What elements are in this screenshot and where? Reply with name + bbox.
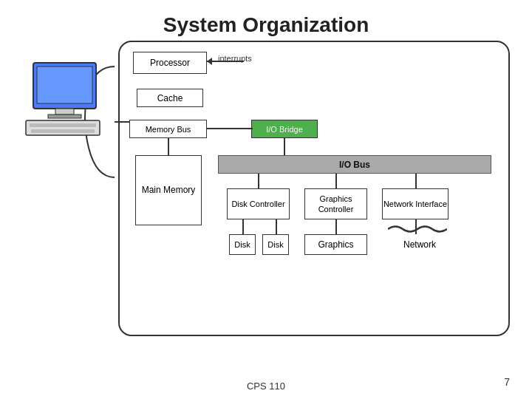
disk-box-2: Disk xyxy=(262,234,289,255)
interrupts-label: interrupts xyxy=(218,54,252,63)
graphics-controller-box: Graphics Controller xyxy=(304,188,367,219)
vline-net-iface xyxy=(415,174,417,188)
vline-gfx-ctrl xyxy=(335,174,337,188)
page-number: 7 xyxy=(504,376,510,388)
svg-rect-4 xyxy=(48,115,81,118)
network-interface-box: Network Interface xyxy=(382,188,449,219)
graphics-label-box: Graphics xyxy=(304,234,367,255)
vline-disk1 xyxy=(242,219,244,234)
svg-rect-7 xyxy=(31,129,95,133)
svg-rect-3 xyxy=(55,109,74,115)
cache-box: Cache xyxy=(137,89,203,107)
disk-controller-box: Disk Controller xyxy=(227,188,290,219)
page-title: System Organization xyxy=(0,0,532,44)
vline-disk-ctrl xyxy=(258,174,259,188)
io-bus-bar: I/O Bus xyxy=(218,155,491,174)
bus-connector-h xyxy=(207,128,253,129)
io-bridge-box: I/O Bridge xyxy=(251,120,318,138)
footer-course: CPS 110 xyxy=(247,381,285,392)
main-memory-box: Main Memory xyxy=(135,155,202,225)
computer-illustration xyxy=(22,59,118,140)
svg-rect-2 xyxy=(37,66,92,103)
memory-bus-box: Memory Bus xyxy=(129,120,207,138)
network-label: Network xyxy=(390,234,449,255)
membus-to-mainmem-line xyxy=(168,138,169,155)
disk-box-1: Disk xyxy=(229,234,256,255)
vline-gfx-label xyxy=(335,219,337,234)
network-wavy-icon xyxy=(388,224,447,234)
vline-disk2 xyxy=(276,219,277,234)
bridge-to-bus-line xyxy=(284,138,285,155)
svg-rect-6 xyxy=(30,123,96,127)
processor-box: Processor xyxy=(133,52,207,74)
